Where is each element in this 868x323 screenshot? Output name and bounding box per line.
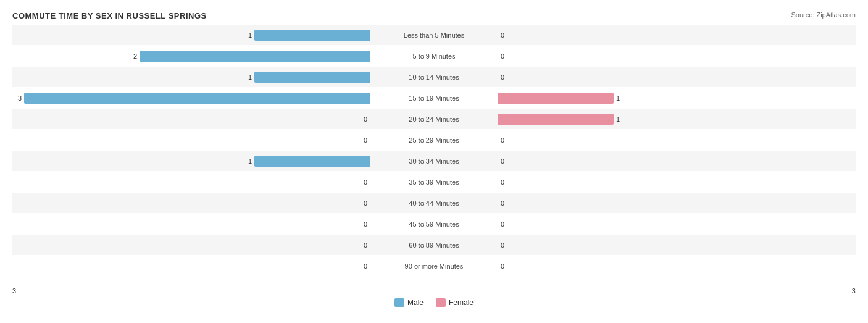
row-label: 30 to 34 Minutes xyxy=(372,157,496,165)
row-label: 60 to 89 Minutes xyxy=(372,241,496,249)
male-side: 1 xyxy=(12,72,372,83)
male-value: 0 xyxy=(360,136,367,144)
female-side: 0 xyxy=(496,240,856,251)
chart-title: COMMUTE TIME BY SEX IN RUSSELL SPRINGS xyxy=(12,11,856,20)
female-side: 1 xyxy=(496,93,856,104)
male-side: 0 xyxy=(12,198,372,209)
female-value: 0 xyxy=(501,52,508,60)
male-value: 1 xyxy=(244,73,252,81)
female-value: 1 xyxy=(616,94,624,102)
male-side: 1 xyxy=(12,30,372,41)
row-label: 20 to 24 Minutes xyxy=(372,115,496,123)
table-row: 2 5 to 9 Minutes 0 xyxy=(12,46,856,66)
male-bar xyxy=(24,93,370,104)
female-value: 0 xyxy=(501,199,508,207)
female-side: 0 xyxy=(496,30,856,41)
male-bar xyxy=(254,156,370,167)
male-value: 1 xyxy=(244,31,252,39)
axis-right-val: 3 xyxy=(852,287,856,295)
male-side: 2 xyxy=(12,51,372,62)
table-row: 1 Less than 5 Minutes 0 xyxy=(12,25,856,45)
male-bar xyxy=(254,72,370,83)
axis-row: 3 3 xyxy=(12,287,856,295)
female-side: 0 xyxy=(496,51,856,62)
male-value: 0 xyxy=(360,178,367,186)
table-row: 0 25 to 29 Minutes 0 xyxy=(12,130,856,150)
female-legend-box xyxy=(436,298,446,307)
female-side: 0 xyxy=(496,177,856,188)
male-value: 3 xyxy=(14,94,22,102)
axis-left-val: 3 xyxy=(12,287,16,295)
male-value: 0 xyxy=(360,115,367,123)
female-side: 0 xyxy=(496,261,856,272)
female-side: 0 xyxy=(496,219,856,230)
row-label: 45 to 59 Minutes xyxy=(372,220,496,228)
table-row: 0 90 or more Minutes 0 xyxy=(12,256,856,276)
table-row: 3 15 to 19 Minutes 1 xyxy=(12,88,856,108)
male-bar xyxy=(140,51,370,62)
male-bar xyxy=(254,30,370,41)
row-label: 25 to 29 Minutes xyxy=(372,136,496,144)
row-label: 40 to 44 Minutes xyxy=(372,199,496,207)
table-row: 1 30 to 34 Minutes 0 xyxy=(12,151,856,171)
female-value: 0 xyxy=(501,262,508,270)
male-value: 0 xyxy=(360,262,367,270)
male-value: 0 xyxy=(360,220,367,228)
row-label: 10 to 14 Minutes xyxy=(372,73,496,81)
legend-female: Female xyxy=(436,298,474,307)
female-side: 1 xyxy=(496,114,856,125)
male-side: 0 xyxy=(12,219,372,230)
row-label: 35 to 39 Minutes xyxy=(372,178,496,186)
table-row: 0 35 to 39 Minutes 0 xyxy=(12,172,856,192)
female-side: 0 xyxy=(496,135,856,146)
table-row: 0 45 to 59 Minutes 0 xyxy=(12,214,856,234)
source-label: Source: ZipAtlas.com xyxy=(791,11,856,19)
female-side: 0 xyxy=(496,72,856,83)
male-legend-box xyxy=(394,298,404,307)
female-legend-label: Female xyxy=(449,298,474,307)
male-side: 1 xyxy=(12,156,372,167)
table-row: 0 40 to 44 Minutes 0 xyxy=(12,193,856,213)
female-value: 0 xyxy=(501,241,508,249)
female-side: 0 xyxy=(496,156,856,167)
male-value: 2 xyxy=(130,52,137,60)
female-bar xyxy=(498,114,614,125)
female-value: 0 xyxy=(501,157,508,165)
female-bar xyxy=(498,93,614,104)
table-row: 0 20 to 24 Minutes 1 xyxy=(12,109,856,129)
female-value: 0 xyxy=(501,178,508,186)
female-side: 0 xyxy=(496,198,856,209)
male-side: 0 xyxy=(12,240,372,251)
row-label: 5 to 9 Minutes xyxy=(372,52,496,60)
male-legend-label: Male xyxy=(407,298,424,307)
male-value: 0 xyxy=(360,241,367,249)
legend: Male Female xyxy=(12,298,856,307)
female-value: 0 xyxy=(501,220,508,228)
female-value: 0 xyxy=(501,73,508,81)
table-row: 0 60 to 89 Minutes 0 xyxy=(12,235,856,255)
row-label: 90 or more Minutes xyxy=(372,262,496,270)
male-value: 0 xyxy=(360,199,367,207)
male-value: 1 xyxy=(244,157,252,165)
table-row: 1 10 to 14 Minutes 0 xyxy=(12,67,856,87)
female-value: 0 xyxy=(501,31,508,39)
legend-male: Male xyxy=(394,298,424,307)
chart-area: 1 Less than 5 Minutes 0 2 5 to 9 Minutes xyxy=(12,25,856,285)
male-side: 3 xyxy=(12,93,372,104)
chart-container: COMMUTE TIME BY SEX IN RUSSELL SPRINGS S… xyxy=(0,0,868,323)
female-value: 1 xyxy=(616,115,624,123)
row-label: Less than 5 Minutes xyxy=(372,31,496,39)
male-side: 0 xyxy=(12,135,372,146)
male-side: 0 xyxy=(12,114,372,125)
row-label: 15 to 19 Minutes xyxy=(372,94,496,102)
male-side: 0 xyxy=(12,177,372,188)
female-value: 0 xyxy=(501,136,508,144)
male-side: 0 xyxy=(12,261,372,272)
